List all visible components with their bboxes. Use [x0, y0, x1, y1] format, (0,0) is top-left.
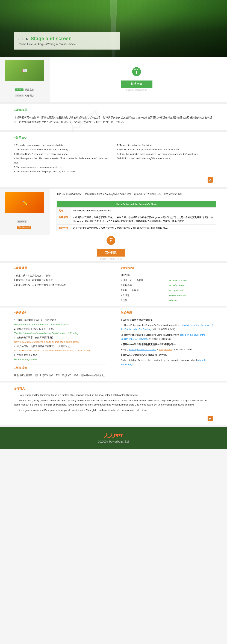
sp-num-1: 1.运用括号内的要求合并句和句。: [121, 318, 213, 322]
linked-cn-1: 《哈利·波特与魔法石》是一部幻想影片。: [16, 319, 59, 322]
part-label-1: 技法点拨: [25, 88, 34, 91]
movie-table-row-3: 我的评价 这是一部非常成功的电影，风靡了全世界，通过这部电影，我们应该学会信任自…: [57, 224, 217, 231]
sp-text-1b: Harry Potter and the Sorcerer's Stone is…: [124, 334, 180, 336]
part-num-1: PART 1: [15, 88, 23, 91]
linked-en-5: He learns magic there.: [14, 358, 106, 362]
home-icon-container-2: 🏠: [14, 414, 213, 421]
part-menu: PART 1 技法点拨 PART 2 写作训练: [15, 87, 34, 99]
hero-title-box: Unit 4 Stage and screen Period Five Writ…: [14, 32, 120, 50]
movie-table-header-row: Harry Potter and the Sorcerer's Stone: [57, 201, 217, 208]
expressions-left-col: 1.Recently I saw a movie，the name of whi…: [14, 143, 110, 174]
expr-4: 4.I will be a person like...He is warm-h…: [14, 156, 110, 165]
review-item-1: 1.确定体裁：本文为议论文——影评。: [14, 273, 106, 278]
expr-2: 2.The movie is a comedy directed by...an…: [14, 148, 110, 152]
part2-skill-box: 写作训练: [97, 249, 125, 256]
sp-desc-3: 请用where引导的定语从句改写句，合并句。: [123, 354, 168, 356]
review-section: ●审题读题 1.确定体裁：本文为议论文——影评。 2.确定中心人称：本文以第三人…: [14, 263, 112, 306]
expr-8: 8.The film is more than just an action f…: [117, 148, 213, 152]
task-description: 电影《哈利·波特与魔法石》是根据英国作家J.K.Rowling的小说改编而成的。…: [56, 192, 217, 196]
linked-item-4: 4. 11岁生日时，他被邀请前往霍格沃茨，一所魔法学校。: [14, 344, 106, 349]
part2-menu-item-1[interactable]: 仿真练习: [17, 219, 32, 224]
sp-text-2: Harry，: [121, 348, 129, 351]
home-icon-1[interactable]: 🏠: [208, 177, 213, 182]
sp-sent-3: On his birthday of eleven，he is invited …: [121, 358, 213, 366]
vocab-item-5-cn: 5.信任: [121, 298, 165, 302]
divider-1: [0, 102, 227, 104]
composition-title: ●组句成篇: [14, 366, 27, 371]
sp-treated: badly treated: [159, 348, 172, 351]
sp-num-2: 2.请用whose引导的非限制性定语从句对加粗字改写句。: [121, 342, 213, 346]
review-vocab-section: ●审题读题 1.确定体裁：本文为议论文——影评。 2.确定中心人称：本文以第三人…: [0, 263, 227, 306]
composition-guidance: ●组句成篇 用适当的过渡词语，把以上词汇和句式，再加上联想内容，组成一篇80词左…: [14, 364, 106, 378]
linked-items: 1. 《哈利·波特与魔法石》是一部幻想影片。 Harry Potter and …: [14, 318, 106, 362]
part2-badge-row: PART 2 写作训练 仿真练习·写作综合生活: [0, 235, 227, 261]
review-item-3: 3.确定主体时态：主要使用一般现在时和一般过去时。: [14, 282, 106, 287]
vocab-cn-3: 3.受到……的欢迎: [121, 289, 139, 292]
part-menu-item-1[interactable]: PART 1 技法点拨: [15, 87, 34, 93]
sp-text-3a: On his birthday of eleven，he is invited …: [121, 359, 197, 362]
movie-table-row-2: 故事情节 小哈利失去双亲后，在姨母家受到虐待。11岁生日时，他被邀请前往霍格沃茨…: [57, 214, 217, 225]
part-label-2: 写作训练: [25, 94, 34, 97]
sp-highlight-2: whose parents are dead，: [129, 348, 156, 351]
linked-num-1: 1.: [14, 319, 16, 322]
skill-box-label: 技法点拨: [131, 82, 142, 86]
sentence-patterns-title: 句式升级: [121, 311, 132, 316]
divider-4: [0, 261, 227, 263]
expr-1: 1.Recently I saw a movie，the name of whi…: [14, 143, 110, 148]
writing-icon: ✏️: [5, 192, 44, 213]
movie-table-row-1: 片名 Harry Potter and the Sorcerer's Stone: [57, 208, 217, 214]
movie-table-title: Harry Potter and the Sorcerer's Stone: [57, 201, 217, 208]
expr-5: 5.The movie also sends such a message to…: [14, 165, 110, 170]
sp-text-2b: is: [157, 348, 159, 351]
linked-num-5: 5.: [14, 354, 16, 356]
linked-num-2: 2.: [14, 328, 16, 330]
expr-10: 10.I think it is well worth watching/it …: [117, 156, 213, 161]
part2-skill-sub: 仿真练习·写作综合生活: [100, 258, 122, 260]
vocab-item-3-cn: 3.受到……的欢迎: [121, 288, 165, 292]
expr-3: 3.I like the film "..." very much！...is …: [14, 152, 110, 156]
linked-item-5: 5. 在那里他学会了魔法。: [14, 353, 106, 358]
hero-section: Unit 4 Stage and screen Period Five Writ…: [0, 0, 227, 56]
movie-table: Harry Potter and the Sorcerer's Stone 片名…: [56, 201, 217, 232]
sp-text-2c: at his aunt's home.: [173, 348, 192, 351]
expressions-title: ●常用表达: [14, 136, 27, 141]
vocab-item-5-en: believe in: [169, 298, 213, 302]
sp-text-1a: Harry Potter and the Sorcerer's Stone is…: [124, 324, 181, 326]
vocab-item-2-en: be badly treated: [169, 283, 213, 287]
sample-essay-text: Harry Potter and the Sorcerer's Stone is…: [14, 393, 213, 412]
expr-9: 9.I think the subject is more instructiv…: [117, 152, 213, 156]
sp-num-3: 3.请用where引导的定语从句改写句，合并句。: [121, 353, 213, 357]
essay-para-3: It is a great success and it's popular w…: [14, 408, 213, 412]
linked-en-3: Harry's parents are dead.He is badly tre…: [14, 340, 106, 344]
part2-badge-line2: 2: [110, 240, 112, 244]
vocab-cn-5: 5.信任: [121, 299, 127, 302]
unit-label: Unit 4: [18, 36, 28, 41]
divider-5: [0, 306, 227, 308]
part2-menu-item-2[interactable]: 写作综合生活: [17, 224, 32, 230]
vocab-item-1-en: be based on/upon: [169, 278, 213, 282]
vocab-item-4-en: all over the world: [169, 293, 213, 298]
sp-label-1b: (2): [121, 334, 123, 336]
writing-guide-title: ●写作指导: [14, 108, 27, 113]
vocab-subtitle: 核心词汇: [121, 273, 213, 276]
sentence-patterns-right: 句式升级 1.运用括号内的要求合并句和句。 (1) Harry Potter a…: [119, 308, 213, 381]
movie-table-content-1: Harry Potter and the Sorcerer's Stone: [71, 208, 217, 214]
review-title: ●审题读题: [14, 266, 27, 271]
part1-right-panel: PART 1 技法点拨 文体分析·把握写作思路: [49, 56, 227, 102]
home-icon-2[interactable]: 🏠: [208, 416, 213, 421]
part2-menu: 仿真练习 写作综合生活: [17, 219, 32, 230]
vocab-cn-1: 1.根据、以……为基础: [121, 279, 143, 282]
skill-sub: 文体分析·把握写作思路: [126, 89, 147, 92]
home-icon-container-1: 🏠: [14, 176, 213, 182]
sp-note-1b: (过去分词短语作定语): [149, 338, 171, 340]
linked-cn-4: 11岁生日时，他被邀请前往霍格沃茨，一所魔法学校。: [16, 345, 72, 348]
book-image: 📖: [5, 60, 44, 82]
linked-title: ●连词成句: [14, 311, 27, 316]
linked-en-2: The film is based on the novel of the En…: [14, 331, 106, 336]
writing-guide-content: 本模块要求写一篇影评，影评就是观众在看完电影以后的所感所想。从体裁上看，影评属于…: [14, 115, 213, 124]
linked-item-1: 1. 《哈利·波特与魔法石》是一部幻想影片。: [14, 318, 106, 322]
divider-7: [0, 426, 227, 427]
hero-subtitle: Period Five Writing—Writing a movie revi…: [18, 42, 113, 46]
linked-item-2: 2. 影片基于英国小说家J.K.罗琳的小说。: [14, 327, 106, 331]
part-menu-item-2[interactable]: PART 2 写作训练: [15, 93, 34, 99]
